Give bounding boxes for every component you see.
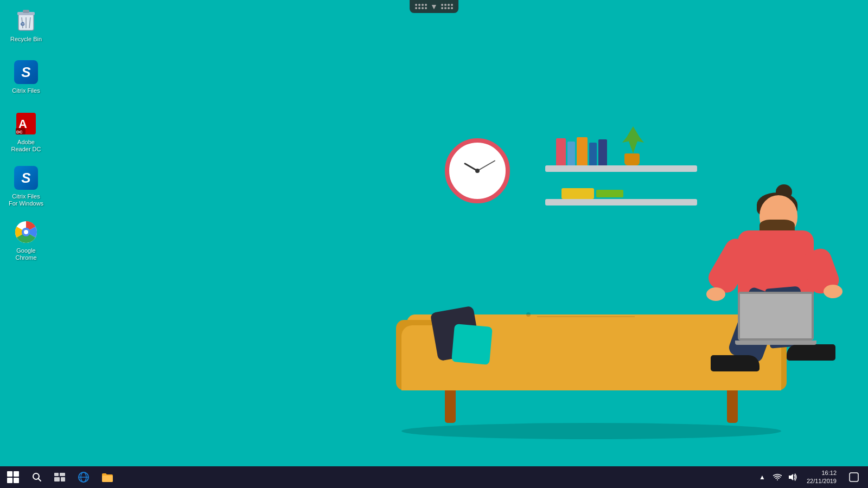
person-right-hand bbox=[824, 285, 843, 298]
task-view-icon bbox=[54, 473, 65, 481]
adobe-reader-icon[interactable]: A DC AdobeReader DC bbox=[4, 108, 48, 155]
google-chrome-label: Google Chrome bbox=[7, 247, 46, 261]
svg-rect-25 bbox=[102, 476, 113, 482]
search-button[interactable] bbox=[26, 466, 48, 488]
svg-rect-2 bbox=[23, 10, 29, 13]
citrix-toolbar-arrow: ▼ bbox=[430, 2, 438, 11]
start-button[interactable] bbox=[0, 466, 26, 488]
recycle-bin-icon[interactable]: ♻ Recycle Bin bbox=[4, 5, 48, 45]
svg-rect-18 bbox=[54, 473, 59, 476]
adobe-reader-label: AdobeReader DC bbox=[11, 139, 41, 153]
system-tray: ▲ 16:12 22/11/2019 bbox=[751, 466, 868, 488]
task-view-button[interactable] bbox=[48, 466, 72, 488]
couch-shadow bbox=[401, 423, 781, 439]
svg-rect-27 bbox=[850, 473, 858, 481]
citrix-toolbar[interactable]: ▼ bbox=[410, 0, 458, 13]
volume-icon bbox=[788, 473, 797, 481]
recycle-bin-label: Recycle Bin bbox=[10, 36, 42, 43]
book bbox=[598, 139, 607, 165]
svg-line-17 bbox=[39, 479, 41, 481]
person bbox=[684, 195, 846, 401]
svg-rect-19 bbox=[60, 473, 65, 476]
google-chrome-image bbox=[13, 219, 39, 245]
google-chrome-icon[interactable]: Google Chrome bbox=[4, 217, 48, 264]
citrix-files-label: Citrix Files bbox=[12, 87, 40, 94]
shelf-item-green bbox=[596, 190, 623, 197]
shelf-item-yellow bbox=[561, 188, 594, 199]
couch-decoration-dot bbox=[526, 312, 531, 317]
search-icon bbox=[32, 472, 42, 482]
bookshelf bbox=[545, 133, 697, 203]
citrix-toolbar-dots-right bbox=[441, 4, 453, 9]
adobe-reader-image: A DC bbox=[13, 111, 39, 137]
book bbox=[589, 143, 597, 165]
clock-center bbox=[475, 169, 480, 173]
ie-icon bbox=[78, 471, 90, 483]
couch-decoration-line bbox=[537, 316, 635, 317]
taskbar: ▲ 16:12 22/11/2019 bbox=[0, 466, 868, 488]
citrix-files-windows-label: Citrix FilesFor Windows bbox=[9, 193, 43, 207]
recycle-bin-image: ♻ bbox=[13, 8, 39, 34]
show-hidden-icons-button[interactable]: ▲ bbox=[756, 466, 769, 488]
plant-pot bbox=[624, 153, 640, 165]
citrix-files-windows-icon[interactable]: S Citrix FilesFor Windows bbox=[4, 163, 48, 209]
person-laptop bbox=[738, 292, 819, 346]
citrix-files-icon[interactable]: S Citrix Files bbox=[4, 57, 48, 97]
citrix-toolbar-dots bbox=[415, 4, 427, 9]
desktop: ▼ ♻ Recycle Bin S bbox=[0, 0, 868, 466]
person-shoe-right bbox=[787, 344, 835, 361]
book bbox=[567, 142, 575, 165]
svg-marker-26 bbox=[789, 474, 793, 480]
pillow-teal bbox=[451, 324, 493, 365]
svg-rect-20 bbox=[54, 477, 60, 481]
couch-scene bbox=[369, 217, 868, 445]
clock-minute-hand bbox=[477, 160, 496, 171]
clock-face bbox=[445, 138, 510, 203]
volume-icon-button[interactable] bbox=[786, 466, 799, 488]
windows-logo-icon bbox=[7, 471, 19, 483]
notification-icon bbox=[849, 472, 859, 482]
notification-center-button[interactable] bbox=[844, 466, 864, 488]
network-icon-button[interactable] bbox=[771, 466, 784, 488]
taskbar-time: 16:12 bbox=[821, 469, 837, 477]
citrix-files-windows-image: S bbox=[13, 165, 39, 191]
plant-leaves bbox=[622, 126, 644, 153]
shelf-bottom bbox=[545, 199, 697, 206]
svg-text:♻: ♻ bbox=[20, 21, 25, 27]
internet-explorer-taskbar-button[interactable] bbox=[72, 466, 95, 488]
wall-clock bbox=[445, 138, 510, 203]
book bbox=[577, 137, 588, 165]
person-left-hand bbox=[706, 287, 725, 301]
shelf-top bbox=[545, 165, 697, 172]
file-explorer-icon bbox=[101, 472, 113, 483]
svg-point-15 bbox=[24, 230, 28, 234]
svg-text:DC: DC bbox=[16, 130, 23, 134]
person-shoe-left bbox=[711, 355, 760, 371]
file-explorer-taskbar-button[interactable] bbox=[95, 466, 119, 488]
chevron-up-icon: ▲ bbox=[759, 473, 765, 481]
taskbar-clock[interactable]: 16:12 22/11/2019 bbox=[801, 466, 842, 488]
svg-rect-21 bbox=[61, 477, 65, 481]
taskbar-date: 22/11/2019 bbox=[807, 477, 837, 485]
book bbox=[556, 138, 566, 165]
couch-leg-front-left bbox=[445, 390, 456, 423]
network-icon bbox=[773, 473, 782, 481]
citrix-files-image: S bbox=[13, 59, 39, 85]
